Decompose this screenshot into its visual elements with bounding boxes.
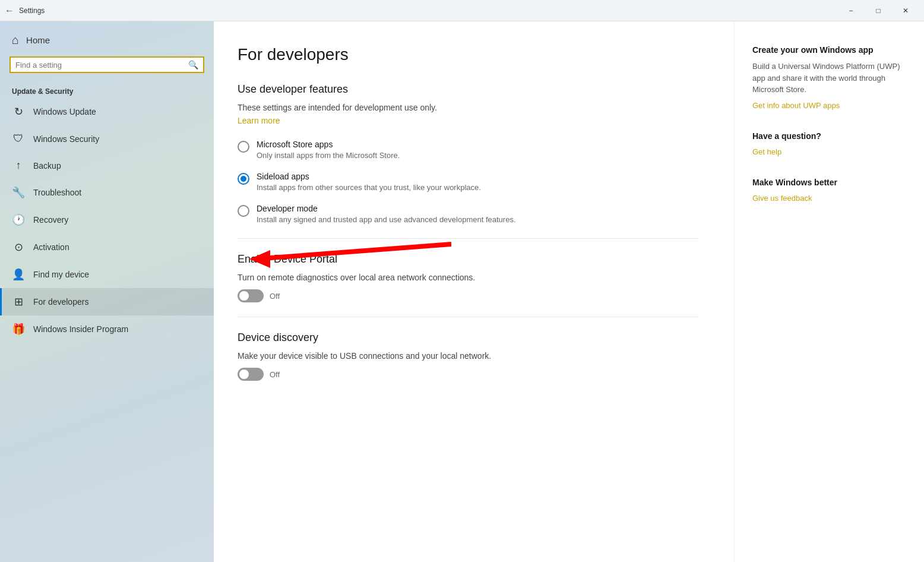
right-section-link-make-better[interactable]: Give us feedback [752, 194, 812, 203]
sidebar-label-for-developers: For developers [33, 297, 88, 307]
sidebar-label-windows-insider: Windows Insider Program [33, 324, 128, 334]
right-section-desc-create-app: Build a Universal Windows Platform (UWP)… [752, 61, 906, 96]
radio-content-developer-mode: Developer modeInstall any signed and tru… [257, 204, 516, 224]
close-button[interactable]: ✕ [892, 0, 919, 21]
page-title: For developers [238, 45, 698, 64]
activation-icon: ⊙ [12, 241, 25, 254]
nav-items: ↻Windows Update🛡Windows Security↑Backup🔧… [0, 98, 214, 343]
sidebar-item-windows-security[interactable]: 🛡Windows Security [0, 125, 214, 152]
radio-label-developer-mode: Developer mode [257, 204, 516, 213]
divider-1 [238, 238, 698, 239]
sidebar-item-find-device[interactable]: 👤Find my device [0, 261, 214, 288]
windows-update-icon: ↻ [12, 105, 25, 118]
developer-features-description: These settings are intended for developm… [238, 103, 698, 112]
device-discovery-description: Make your device visible to USB connecti… [238, 351, 698, 361]
right-section-have-question: Have a question?Get help [752, 131, 906, 156]
sidebar-label-find-device: Find my device [33, 270, 89, 279]
radio-content-sideload-apps: Sideload appsInstall apps from other sou… [257, 172, 481, 192]
enable-device-portal-description: Turn on remote diagnostics over local ar… [238, 273, 698, 282]
app-body: ⌂ Home 🔍 Update & Security ↻Windows Upda… [0, 21, 924, 562]
right-section-title-have-question: Have a question? [752, 131, 906, 141]
enable-device-portal-title: Enable Device Portal [238, 253, 698, 266]
device-portal-toggle-row: Off [238, 289, 698, 302]
radio-option-sideload-apps[interactable]: Sideload appsInstall apps from other sou… [238, 172, 698, 192]
title-bar: ← Settings − □ ✕ [0, 0, 924, 21]
learn-more-link[interactable]: Learn more [238, 116, 280, 125]
sidebar-label-windows-security: Windows Security [33, 134, 99, 144]
sidebar-label-recovery: Recovery [33, 215, 68, 225]
radio-label-microsoft-store: Microsoft Store apps [257, 140, 400, 149]
title-bar-title: Settings [19, 7, 45, 15]
back-button[interactable]: ← [5, 5, 14, 16]
search-input[interactable] [15, 61, 185, 70]
right-section-link-create-app[interactable]: Get info about UWP apps [752, 101, 840, 110]
main-content: For developers Use developer features Th… [214, 21, 734, 562]
use-developer-features-title: Use developer features [238, 83, 698, 96]
maximize-button[interactable]: □ [865, 0, 892, 21]
right-sections: Create your own Windows appBuild a Unive… [752, 45, 906, 203]
minimize-button[interactable]: − [837, 0, 865, 21]
sidebar-item-windows-insider[interactable]: 🎁Windows Insider Program [0, 315, 214, 343]
sidebar-item-windows-update[interactable]: ↻Windows Update [0, 98, 214, 125]
windows-security-icon: 🛡 [12, 132, 25, 145]
right-section-title-make-better: Make Windows better [752, 178, 906, 187]
device-discovery-title: Device discovery [238, 331, 698, 344]
title-bar-controls: − □ ✕ [837, 0, 919, 21]
sidebar-item-backup[interactable]: ↑Backup [0, 152, 214, 179]
right-section-create-app: Create your own Windows appBuild a Unive… [752, 45, 906, 110]
radio-button-sideload-apps[interactable] [238, 173, 249, 185]
sidebar-item-recovery[interactable]: 🕐Recovery [0, 206, 214, 233]
home-icon: ⌂ [12, 33, 19, 47]
right-section-link-have-question[interactable]: Get help [752, 147, 781, 156]
backup-icon: ↑ [12, 159, 25, 172]
for-developers-icon: ⊞ [12, 295, 25, 308]
title-bar-left: ← Settings [5, 5, 45, 16]
device-portal-toggle[interactable] [238, 289, 264, 302]
search-box: 🔍 [10, 56, 204, 73]
right-section-make-better: Make Windows betterGive us feedback [752, 178, 906, 203]
home-label: Home [26, 35, 50, 45]
radio-option-developer-mode[interactable]: Developer modeInstall any signed and tru… [238, 204, 698, 224]
device-portal-toggle-label: Off [270, 292, 280, 301]
sidebar-item-activation[interactable]: ⊙Activation [0, 233, 214, 261]
troubleshoot-icon: 🔧 [12, 186, 25, 199]
radio-desc-microsoft-store: Only install apps from the Microsoft Sto… [257, 151, 400, 160]
device-discovery-toggle[interactable] [238, 368, 264, 381]
right-panel: Create your own Windows appBuild a Unive… [734, 21, 924, 562]
recovery-icon: 🕐 [12, 213, 25, 226]
radio-option-microsoft-store[interactable]: Microsoft Store appsOnly install apps fr… [238, 140, 698, 160]
sidebar: ⌂ Home 🔍 Update & Security ↻Windows Upda… [0, 21, 214, 562]
search-icon: 🔍 [188, 60, 198, 70]
radio-label-sideload-apps: Sideload apps [257, 172, 481, 181]
find-device-icon: 👤 [12, 268, 25, 281]
sidebar-label-activation: Activation [33, 242, 69, 252]
sidebar-section-header: Update & Security [0, 83, 214, 98]
radio-button-microsoft-store[interactable] [238, 141, 249, 153]
divider-2 [238, 317, 698, 317]
device-discovery-toggle-row: Off [238, 368, 698, 381]
home-nav-item[interactable]: ⌂ Home [0, 21, 214, 56]
sidebar-label-troubleshoot: Troubleshoot [33, 188, 81, 197]
sidebar-label-backup: Backup [33, 161, 61, 171]
radio-desc-developer-mode: Install any signed and trusted app and u… [257, 215, 516, 224]
device-discovery-toggle-label: Off [270, 370, 280, 379]
sidebar-label-windows-update: Windows Update [33, 107, 96, 116]
radio-button-developer-mode[interactable] [238, 205, 249, 217]
radio-content-microsoft-store: Microsoft Store appsOnly install apps fr… [257, 140, 400, 160]
radio-options: Microsoft Store appsOnly install apps fr… [238, 140, 698, 224]
windows-insider-icon: 🎁 [12, 323, 25, 336]
right-section-title-create-app: Create your own Windows app [752, 45, 906, 55]
sidebar-item-for-developers[interactable]: ⊞For developers [0, 288, 214, 315]
sidebar-item-troubleshoot[interactable]: 🔧Troubleshoot [0, 179, 214, 206]
radio-desc-sideload-apps: Install apps from other sources that you… [257, 183, 481, 192]
